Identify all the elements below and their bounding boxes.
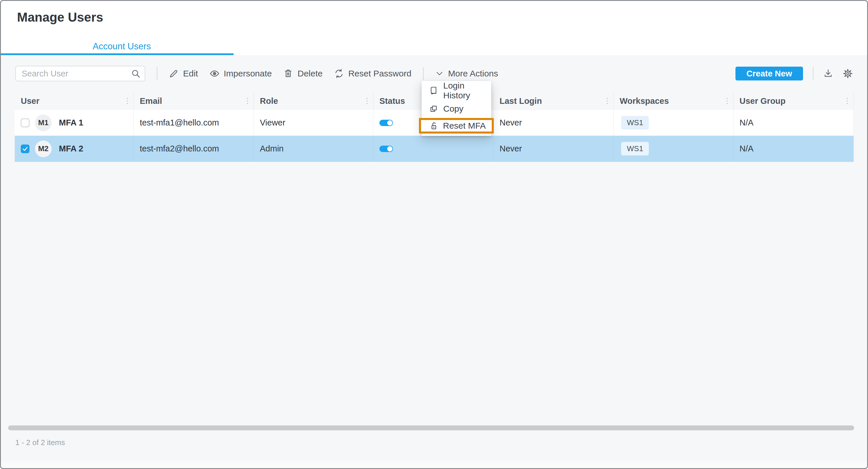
app-window: Manage Users Account Users Edit (0, 0, 868, 469)
column-header-workspaces[interactable]: Workspaces (614, 92, 734, 110)
delete-button[interactable]: Delete (283, 69, 322, 78)
toolbar-divider (157, 67, 157, 80)
user-group-cell: N/A (734, 110, 854, 136)
role-cell: Viewer (254, 110, 373, 136)
status-cell (373, 136, 494, 162)
content-area: Edit Impersonate Delete (1, 55, 867, 468)
row-checkbox[interactable] (21, 144, 29, 153)
search-icon (131, 69, 141, 78)
column-menu-icon[interactable] (365, 97, 369, 105)
avatar: M1 (35, 114, 52, 131)
export-button[interactable] (823, 69, 833, 78)
user-cell: M2 MFA 2 (15, 136, 134, 162)
workspace-badge: WS1 (621, 142, 649, 156)
search-box (15, 66, 145, 81)
toolbar-right-group: Create New (736, 67, 853, 80)
column-header-last-login[interactable]: Last Login (494, 92, 614, 110)
page-title: Manage Users (17, 10, 103, 25)
download-icon (823, 69, 833, 78)
more-actions-menu: Login History Copy Reset MFA (422, 81, 491, 136)
column-menu-icon[interactable] (606, 97, 609, 105)
role-cell: Admin (254, 136, 373, 162)
more-actions-label: More Actions (448, 69, 498, 78)
user-name: MFA 1 (59, 118, 83, 128)
trash-icon (283, 69, 293, 78)
status-toggle-on[interactable] (379, 146, 393, 152)
tab-account-users[interactable]: Account Users (93, 41, 151, 52)
email-cell: test-mfa2@hello.com (134, 136, 254, 162)
copy-icon (429, 104, 438, 113)
chevron-down-icon (435, 69, 444, 78)
row-checkbox[interactable] (21, 119, 29, 127)
refresh-icon (334, 69, 344, 78)
column-label: Role (260, 96, 278, 106)
book-icon (429, 86, 438, 95)
menu-item-copy[interactable]: Copy (422, 100, 491, 118)
column-label: User Group (740, 96, 786, 106)
last-login-cell: Never (494, 110, 614, 136)
menu-item-label: Copy (443, 104, 463, 114)
column-label: User (21, 96, 39, 106)
column-header-user[interactable]: User (15, 92, 134, 110)
column-header-email[interactable]: Email (134, 92, 254, 110)
column-label: Email (140, 96, 162, 106)
column-menu-icon[interactable] (246, 97, 249, 105)
menu-item-reset-mfa[interactable]: Reset MFA (419, 118, 494, 134)
pencil-icon (169, 69, 179, 78)
column-label: Status (379, 96, 405, 106)
column-menu-icon[interactable] (845, 97, 849, 105)
reset-password-button[interactable]: Reset Password (334, 69, 411, 78)
column-label: Last Login (500, 96, 542, 106)
column-menu-icon[interactable] (725, 97, 729, 105)
workspaces-cell: WS1 (614, 136, 734, 162)
create-new-button[interactable]: Create New (736, 67, 803, 80)
edit-button[interactable]: Edit (169, 69, 198, 78)
gear-icon (843, 69, 853, 78)
edit-label: Edit (183, 69, 198, 78)
avatar: M2 (35, 140, 52, 157)
delete-label: Delete (298, 69, 322, 78)
reset-password-label: Reset Password (348, 69, 411, 78)
table-row[interactable]: M2 MFA 2 test-mfa2@hello.com Admin Never… (15, 136, 854, 162)
column-menu-icon[interactable] (126, 97, 129, 105)
column-label: Workspaces (620, 96, 669, 106)
eye-icon (210, 69, 219, 78)
column-header-role[interactable]: Role (254, 92, 373, 110)
search-input[interactable] (21, 69, 131, 79)
horizontal-scrollbar-thumb[interactable] (8, 426, 854, 430)
toolbar-divider (813, 67, 813, 80)
email-cell: test-mfa1@hello.com (134, 110, 254, 136)
user-cell: M1 MFA 1 (15, 110, 134, 136)
user-group-cell: N/A (734, 136, 854, 162)
column-header-user-group[interactable]: User Group (734, 92, 854, 110)
status-toggle-on[interactable] (379, 120, 393, 126)
more-actions-button[interactable]: More Actions (435, 69, 498, 78)
workspaces-cell: WS1 (614, 110, 734, 136)
toolbar-left-group: Edit Impersonate Delete (15, 66, 498, 81)
impersonate-button[interactable]: Impersonate (210, 69, 272, 78)
menu-item-login-history[interactable]: Login History (422, 81, 491, 100)
toolbar-divider (423, 67, 424, 80)
unlock-icon (429, 122, 438, 130)
last-login-cell: Never (494, 136, 614, 162)
user-name: MFA 2 (59, 144, 83, 154)
impersonate-label: Impersonate (224, 69, 272, 78)
pagination-summary: 1 - 2 of 2 items (15, 438, 65, 447)
settings-button[interactable] (843, 69, 853, 78)
check-icon (22, 146, 28, 152)
workspace-badge: WS1 (621, 116, 649, 130)
menu-item-label: Login History (443, 81, 491, 100)
page-header: Manage Users Account Users (1, 1, 867, 53)
menu-item-label: Reset MFA (443, 121, 486, 131)
